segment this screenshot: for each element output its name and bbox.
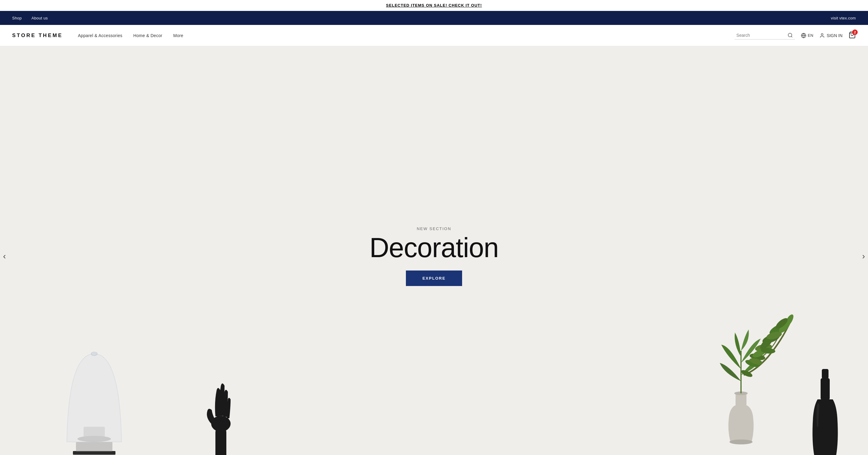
svg-point-4 (821, 33, 823, 35)
svg-rect-18 (822, 369, 829, 379)
svg-point-29 (774, 316, 789, 330)
svg-point-0 (788, 33, 792, 37)
svg-rect-11 (215, 427, 226, 455)
shop-link[interactable]: Shop (12, 16, 22, 20)
black-bottle-object (808, 351, 842, 455)
chevron-right-icon: › (862, 251, 865, 261)
vtex-link[interactable]: visit vtex.com (831, 16, 856, 20)
svg-point-31 (761, 347, 776, 354)
hero-title: Decoration (369, 234, 499, 262)
hero-section: ‹ NEW SECTION Decoration EXPLORE › (0, 46, 868, 455)
cart-badge: 2 (852, 29, 858, 35)
svg-rect-17 (820, 378, 830, 400)
svg-point-23 (755, 343, 773, 352)
search-input[interactable] (737, 33, 785, 38)
chevron-left-icon: ‹ (3, 251, 6, 261)
svg-rect-13 (736, 393, 746, 406)
svg-point-25 (745, 358, 760, 368)
svg-point-22 (762, 332, 781, 345)
svg-point-26 (752, 347, 768, 359)
plant-vase-object (718, 327, 764, 455)
main-nav: Apparel & Accessories Home & Decor More (78, 33, 734, 38)
nav-more[interactable]: More (173, 33, 183, 38)
sign-in-button[interactable]: SIGN IN (819, 33, 842, 38)
svg-point-14 (734, 392, 748, 395)
hero-center: NEW SECTION Decoration EXPLORE (369, 226, 499, 286)
main-header: STORE THEME Apparel & Accessories Home &… (0, 25, 868, 46)
svg-rect-7 (76, 442, 113, 452)
svg-rect-9 (84, 427, 105, 441)
svg-point-32 (749, 357, 763, 366)
site-logo[interactable]: STORE THEME (12, 32, 63, 39)
search-icon (787, 32, 793, 38)
svg-point-21 (777, 318, 792, 335)
user-icon (819, 33, 825, 38)
top-nav-left: Shop About us (12, 16, 48, 20)
svg-point-27 (758, 335, 775, 351)
announcement-bar: SELECTED ITEMS ON SALE! CHECK IT OUT! (0, 0, 868, 11)
svg-point-10 (91, 352, 97, 356)
svg-point-30 (766, 330, 783, 341)
hand-object (199, 351, 242, 455)
svg-point-33 (740, 369, 753, 378)
svg-point-28 (784, 314, 796, 328)
svg-point-20 (768, 322, 786, 337)
svg-point-12 (211, 416, 230, 432)
plant-branch-object (707, 314, 799, 405)
lang-selector[interactable]: EN (801, 33, 813, 38)
top-nav: Shop About us visit vtex.com (0, 11, 868, 25)
svg-rect-6 (73, 451, 116, 455)
globe-icon (801, 33, 806, 38)
top-nav-right: visit vtex.com (831, 15, 856, 21)
svg-point-24 (749, 353, 766, 361)
hero-subtitle: NEW SECTION (369, 226, 499, 231)
explore-button[interactable]: EXPLORE (406, 271, 462, 286)
nav-home-decor[interactable]: Home & Decor (133, 33, 162, 38)
announcement-link[interactable]: SELECTED ITEMS ON SALE! CHECK IT OUT! (386, 3, 482, 8)
carousel-next-button[interactable]: › (862, 251, 865, 261)
header-right: EN SIGN IN 2 (735, 31, 856, 40)
svg-point-15 (730, 439, 752, 444)
dome-object (61, 345, 128, 455)
svg-point-8 (78, 436, 111, 442)
search-wrapper[interactable] (735, 31, 795, 39)
svg-line-1 (791, 36, 792, 37)
lang-label: EN (808, 33, 813, 38)
about-link[interactable]: About us (32, 16, 48, 20)
sign-in-label: SIGN IN (827, 33, 842, 38)
cart-button[interactable]: 2 (848, 31, 856, 40)
nav-apparel[interactable]: Apparel & Accessories (78, 33, 122, 38)
carousel-prev-button[interactable]: ‹ (3, 251, 6, 261)
